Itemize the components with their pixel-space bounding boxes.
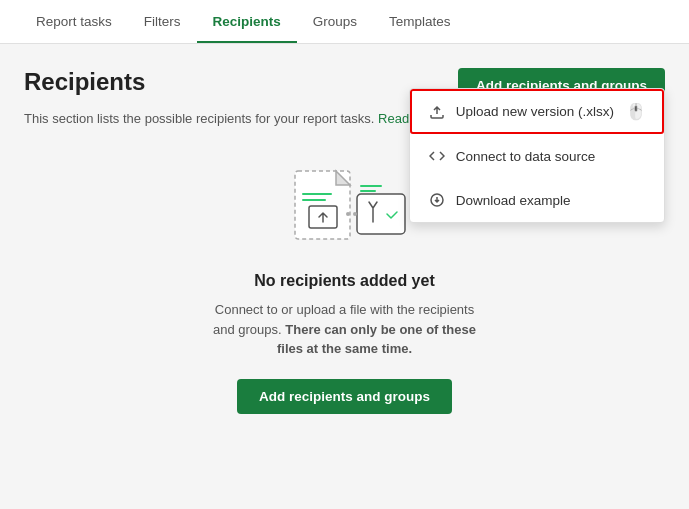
page-title: Recipients: [24, 68, 145, 96]
upload-label: Upload new version (.xlsx): [456, 104, 614, 119]
upload-icon: [428, 103, 446, 121]
dropdown-item-upload[interactable]: Upload new version (.xlsx) 🖱️: [410, 89, 664, 134]
tab-groups[interactable]: Groups: [297, 2, 373, 43]
dropdown-menu: Upload new version (.xlsx) 🖱️ Connect to…: [409, 88, 665, 223]
empty-description: Connect to or upload a file with the rec…: [205, 300, 485, 359]
svg-point-8: [346, 212, 350, 216]
connect-label: Connect to data source: [456, 149, 596, 164]
tab-filters[interactable]: Filters: [128, 2, 197, 43]
code-icon: [428, 147, 446, 165]
download-label: Download example: [456, 193, 571, 208]
tab-templates[interactable]: Templates: [373, 2, 467, 43]
empty-title: No recipients added yet: [254, 272, 435, 290]
empty-desc-bold: There can only be one of these files at …: [277, 322, 476, 357]
dropdown-item-download[interactable]: Download example: [410, 178, 664, 222]
cursor-pointer: 🖱️: [626, 102, 646, 121]
tab-recipients[interactable]: Recipients: [197, 2, 297, 43]
subtitle-text: This section lists the possible recipien…: [24, 111, 374, 126]
main-content: Recipients Add recipients and groups Thi…: [0, 44, 689, 414]
add-recipients-button-center[interactable]: Add recipients and groups: [237, 379, 452, 414]
svg-point-9: [353, 212, 357, 216]
empty-illustration: [285, 156, 405, 256]
svg-rect-5: [357, 194, 405, 234]
dropdown-container: Upload new version (.xlsx) 🖱️ Connect to…: [409, 44, 665, 223]
navigation-bar: Report tasks Filters Recipients Groups T…: [0, 0, 689, 44]
tab-report-tasks[interactable]: Report tasks: [20, 2, 128, 43]
dropdown-item-connect[interactable]: Connect to data source: [410, 134, 664, 178]
download-icon: [428, 191, 446, 209]
